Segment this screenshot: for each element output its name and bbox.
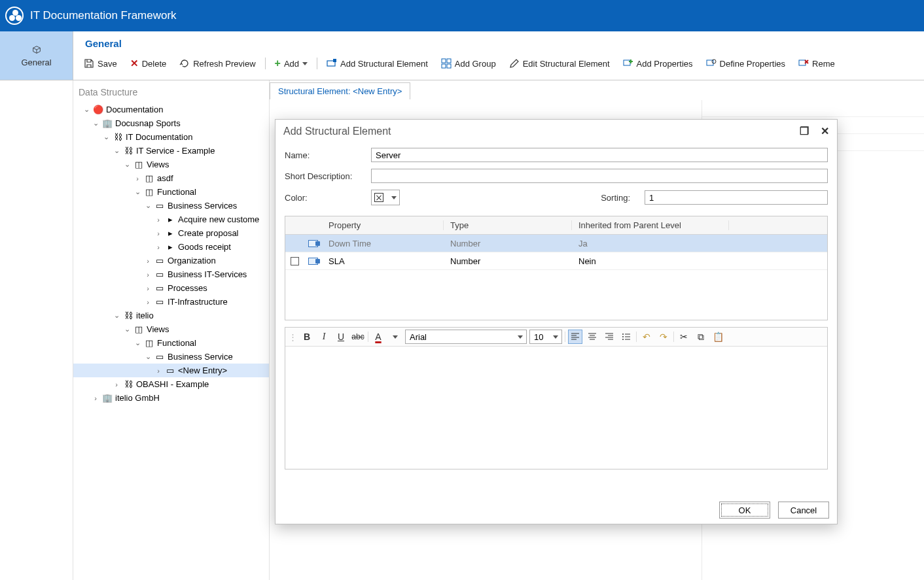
col-property[interactable]: Property [322,220,444,230]
tree-node-new-entry[interactable]: ›▭<New Entry> [73,364,269,377]
add-properties-button[interactable]: Add Properties [616,57,700,70]
bold-button[interactable]: B [300,330,314,344]
short-desc-input[interactable] [371,169,828,183]
grid-row[interactable]: SLA Number Nein [285,252,827,270]
plus-icon: + [275,58,281,69]
label-sorting: Sorting: [601,193,630,203]
ok-button[interactable]: OK [719,502,770,519]
svg-rect-5 [447,64,451,68]
refresh-button[interactable]: Refresh Preview [173,57,262,70]
cancel-button[interactable]: Cancel [778,502,829,519]
font-family-select[interactable]: Arial [405,330,527,344]
maximize-icon[interactable]: ❐ [800,126,809,137]
strike-button[interactable]: abc [351,330,365,344]
define-props-icon [706,58,717,69]
doc-root-icon: 🔴 [93,105,103,115]
paste-button[interactable]: 📋 [711,330,725,344]
name-input[interactable] [371,148,828,162]
sidetab-general[interactable]: General [0,31,73,80]
pencil-icon [509,58,520,69]
font-size-select[interactable]: 10 [529,330,562,344]
cube-icon: ◫ [144,173,154,184]
cut-button[interactable]: ✂ [677,330,691,344]
bullets-button[interactable] [619,330,633,344]
tree-node-itservice[interactable]: ⌄⛓IT Service - Example [73,144,269,158]
tree-node-goods[interactable]: ›▸Goods receipt [73,240,269,254]
define-properties-button[interactable]: Define Properties [700,57,792,70]
tree-node-asdf[interactable]: ›◫asdf [73,171,269,185]
tree-title: Data Structure [73,84,269,103]
tree-node-acquire[interactable]: ›▸Acquire new custome [73,213,269,226]
rect-icon: ▭ [154,269,165,280]
tree-node-org[interactable]: ›▭Organization [73,254,269,267]
tree-node-iteliogmbh[interactable]: ›🏢itelio GmbH [73,391,269,405]
edit-structural-button[interactable]: Edit Structural Element [503,57,616,70]
tree-node-docusnap[interactable]: ⌄🏢Docusnap Sports [73,116,269,130]
label-color: Color: [285,193,364,203]
save-button[interactable]: Save [77,57,124,70]
structural-icon [327,58,337,69]
chevron-down-icon [391,196,397,199]
svg-rect-9 [799,60,806,65]
sorting-input[interactable] [645,190,828,205]
tree-node-processes[interactable]: ›▭Processes [73,281,269,295]
copy-button[interactable]: ⧉ [694,330,708,344]
font-color-button[interactable]: A [371,330,385,344]
item-icon: ▸ [165,214,175,225]
remove-button[interactable]: Reme [792,57,842,70]
tree-node-itinfra[interactable]: ›▭IT-Infrastructure [73,295,269,309]
italic-button[interactable]: I [317,330,331,344]
toolbar: Save ✕ Delete Refresh Preview + Add Add … [73,56,924,75]
building-icon: 🏢 [102,118,113,129]
tree-node-functional2[interactable]: ⌄◫Functional [73,336,269,350]
hierarchy-icon: ⛓ [123,379,133,390]
svg-point-8 [712,60,716,63]
svg-rect-4 [442,64,446,68]
tree-node-bizsvc[interactable]: ⌄▭Business Services [73,199,269,213]
property-icon [308,240,318,247]
col-inherited[interactable]: Inherited from Parent Level [572,220,729,230]
underline-button[interactable]: U [334,330,348,344]
tree-node-itelio[interactable]: ⌄⛓itelio [73,309,269,322]
tree-node-bizsvc2[interactable]: ⌄▭Business Service [73,350,269,364]
delete-button[interactable]: ✕ Delete [124,56,173,71]
svg-rect-1 [333,59,336,62]
tree-node-views2[interactable]: ⌄◫Views [73,322,269,336]
row-checkbox[interactable] [291,257,299,265]
add-group-button[interactable]: Add Group [435,57,503,70]
svg-point-10 [622,333,624,335]
tab-structural-element[interactable]: Structural Element: <New Entry> [270,82,410,99]
grid-row[interactable]: Down Time Number Ja [285,235,827,252]
remove-icon [798,58,809,69]
col-type[interactable]: Type [444,220,572,230]
font-color-caret[interactable] [388,330,402,344]
tree-node-functional1[interactable]: ⌄◫Functional [73,185,269,199]
left-gutter [0,80,73,580]
no-color-icon [374,193,383,202]
add-button[interactable]: + Add [268,56,314,71]
undo-button[interactable]: ↶ [639,330,654,344]
svg-rect-3 [447,59,451,63]
save-icon [84,58,94,69]
hierarchy-icon: ⛓ [113,132,123,143]
align-center-button[interactable] [585,330,599,344]
align-right-button[interactable] [602,330,616,344]
close-icon[interactable]: ✕ [821,126,829,137]
tree-node-bizit[interactable]: ›▭Business IT-Services [73,267,269,281]
tree-node-obashi[interactable]: ›⛓OBASHI - Example [73,377,269,391]
tree-node-views1[interactable]: ⌄◫Views [73,158,269,171]
rect-icon: ▭ [154,256,165,266]
tab-prefix: Structural Element: [278,86,353,96]
hierarchy-icon: ⛓ [123,311,133,321]
tree-panel: Data Structure ⌄🔴Documentation ⌄🏢Docusna… [73,80,270,580]
tree-node-documentation[interactable]: ⌄🔴Documentation [73,103,269,116]
tree-node-itdoc[interactable]: ⌄⛓IT Documentation [73,130,269,144]
cube-icon: ◫ [144,187,154,197]
redo-button[interactable]: ↷ [656,330,671,344]
align-left-button[interactable] [568,330,582,344]
dialog-title: Add Structural Element [283,126,391,137]
rtx-textarea[interactable] [285,347,827,469]
color-select[interactable] [371,190,400,205]
tree-node-proposal[interactable]: ›▸Create proposal [73,226,269,240]
add-structural-button[interactable]: Add Structural Element [320,57,435,70]
